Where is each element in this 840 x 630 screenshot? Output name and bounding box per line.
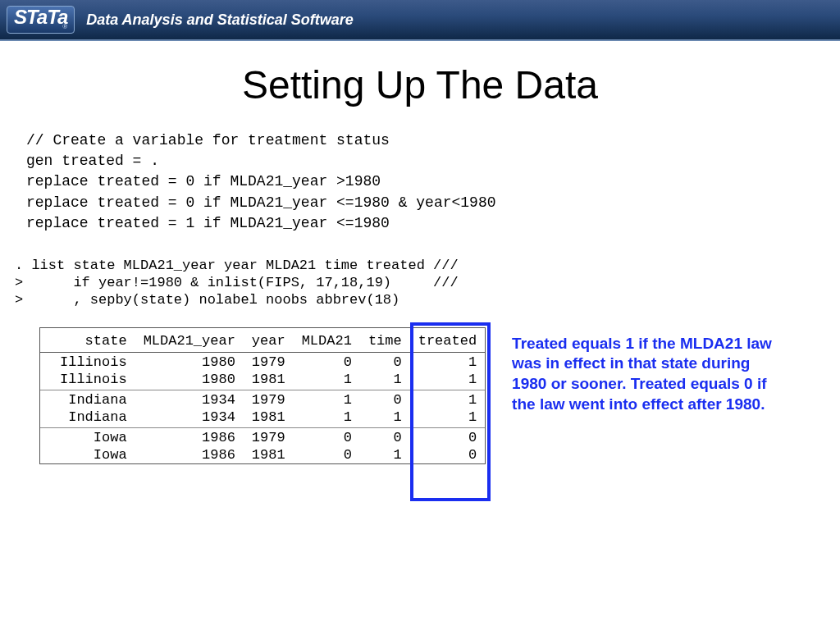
app-header: STaTa ® Data Analysis and Statistical So…	[0, 0, 840, 41]
code-line: replace treated = 1 if MLDA21_year <=198…	[26, 215, 390, 231]
output-area: state MLDA21_year year MLDA21 time treat…	[0, 327, 840, 465]
table-wrapper: state MLDA21_year year MLDA21 time treat…	[39, 327, 486, 465]
table-header-row: state MLDA21_year year MLDA21 time treat…	[40, 327, 486, 352]
slide-title: Setting Up The Data	[0, 62, 840, 107]
col-time: time	[360, 327, 410, 352]
code-line: replace treated = 0 if MLDA21_year >1980	[26, 173, 381, 189]
annotation-text: Treated equals 1 if the MLDA21 law was i…	[512, 334, 774, 415]
code-line: replace treated = 0 if MLDA21_year <=198…	[26, 194, 496, 211]
header-subtitle: Data Analysis and Statistical Software	[86, 11, 353, 29]
table-row: Illinois 1980 1979 0 0 1	[40, 354, 486, 371]
col-treated: treated	[410, 327, 486, 352]
col-year: year	[244, 327, 294, 352]
cmd-line: . list state MLDA21_year year MLDA21 tim…	[15, 258, 459, 273]
code-block: // Create a variable for treatment statu…	[26, 130, 840, 234]
cmd-line: > if year!=1980 & inlist(FIPS, 17,18,19)…	[15, 275, 459, 290]
list-command-block: . list state MLDA21_year year MLDA21 tim…	[15, 257, 840, 309]
col-state: state	[40, 327, 135, 352]
stata-logo: STaTa ®	[7, 6, 75, 34]
logo-registered: ®	[62, 24, 67, 30]
cmd-line: > , sepby(state) nolabel noobs abbrev(18…	[15, 292, 399, 308]
col-mlda21: MLDA21	[294, 327, 360, 352]
table-row: Iowa 1986 1981 0 1 0	[40, 446, 486, 464]
table-row: Indiana 1934 1979 1 0 1	[40, 391, 486, 409]
code-line: gen treated = .	[26, 153, 159, 169]
table-row: Iowa 1986 1979 0 0 0	[40, 429, 486, 446]
table-row: Illinois 1980 1981 1 1 1	[40, 371, 486, 388]
table-row: Indiana 1934 1981 1 1 1	[40, 409, 486, 426]
code-line: // Create a variable for treatment statu…	[26, 132, 390, 148]
col-mlda21-year: MLDA21_year	[135, 327, 244, 352]
logo-text: STaTa	[14, 8, 67, 26]
stata-output-table: state MLDA21_year year MLDA21 time treat…	[39, 327, 486, 465]
